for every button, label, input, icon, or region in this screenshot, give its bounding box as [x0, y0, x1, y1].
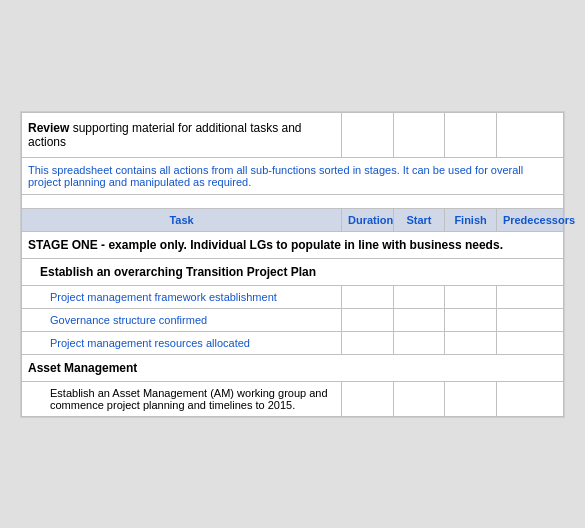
header-cell: Review supporting material for additiona… [22, 112, 342, 157]
header-start-cell [393, 112, 445, 157]
col-header-start: Start [393, 208, 445, 231]
task-row-3: Project management resources allocated [22, 331, 564, 354]
asset-finish [445, 381, 497, 416]
spacer-cell-1 [22, 194, 564, 208]
col-header-duration: Duration [342, 208, 394, 231]
info-row: This spreadsheet contains all actions fr… [22, 157, 564, 194]
col-header-finish: Finish [445, 208, 497, 231]
task-duration-2 [342, 308, 394, 331]
task-finish-1 [445, 285, 497, 308]
task-row-2: Governance structure confirmed [22, 308, 564, 331]
col-header-predecessors: Predecessors [496, 208, 563, 231]
asset-duration [342, 381, 394, 416]
task-start-3 [393, 331, 445, 354]
task-finish-3 [445, 331, 497, 354]
section2-row: Asset Management [22, 354, 564, 381]
col-header-task: Task [22, 208, 342, 231]
stage-one-label: STAGE ONE - example only. Individual LGs… [22, 231, 564, 258]
section1-row: Establish an overarching Transition Proj… [22, 258, 564, 285]
header-row: Review supporting material for additiona… [22, 112, 564, 157]
header-bold: Review [28, 121, 69, 135]
stage-one-row: STAGE ONE - example only. Individual LGs… [22, 231, 564, 258]
spacer-row-1 [22, 194, 564, 208]
column-headers-row: Task Duration Start Finish Predecessors [22, 208, 564, 231]
asset-start [393, 381, 445, 416]
task-row-1: Project management framework establishme… [22, 285, 564, 308]
task-cell-2: Governance structure confirmed [22, 308, 342, 331]
task-duration-1 [342, 285, 394, 308]
task-pred-1 [496, 285, 563, 308]
task-cell-1: Project management framework establishme… [22, 285, 342, 308]
task-pred-3 [496, 331, 563, 354]
section1-label: Establish an overarching Transition Proj… [22, 258, 564, 285]
task-start-2 [393, 308, 445, 331]
asset-pred [496, 381, 563, 416]
task-pred-2 [496, 308, 563, 331]
task-duration-3 [342, 331, 394, 354]
header-pred-cell [496, 112, 563, 157]
info-cell: This spreadsheet contains all actions fr… [22, 157, 564, 194]
task-start-1 [393, 285, 445, 308]
section2-label: Asset Management [22, 354, 564, 381]
header-duration-cell [342, 112, 394, 157]
header-finish-cell [445, 112, 497, 157]
asset-task-cell: Establish an Asset Management (AM) worki… [22, 381, 342, 416]
page-container: Review supporting material for additiona… [20, 111, 565, 418]
task-finish-2 [445, 308, 497, 331]
asset-task-row: Establish an Asset Management (AM) worki… [22, 381, 564, 416]
task-cell-3: Project management resources allocated [22, 331, 342, 354]
header-rest: supporting material for additional tasks… [28, 121, 302, 149]
